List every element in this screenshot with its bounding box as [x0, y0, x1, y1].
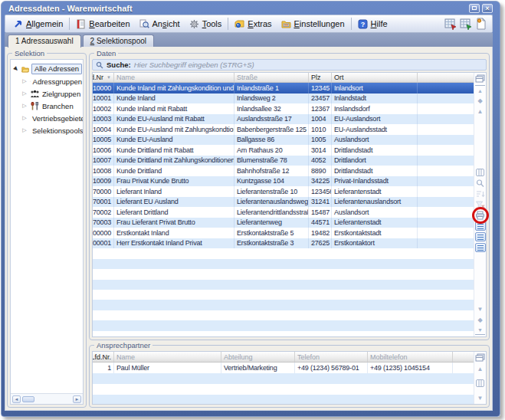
table-row[interactable]: 1 Paul Müller Vertrieb/Marketing +49 (12… [93, 363, 474, 373]
new-document-icon[interactable] [475, 18, 487, 30]
table-row[interactable]: 10009 Frau Privat Kunde Brutto Kuntzgass… [93, 176, 474, 187]
grid-export-green-icon[interactable] [460, 18, 472, 30]
table-row[interactable]: 100000 Erstkontakt Inland Erstkontaktstr… [93, 228, 474, 238]
cell-strasse: Blumenstraße 78 [234, 156, 309, 166]
table-row[interactable]: 10008 Kunde Drittland Bahnhofstraße 12 8… [93, 166, 474, 176]
table-row[interactable]: 10000 Kunde Inland mit Zahlungskondition… [93, 83, 474, 94]
expander-collapsed-icon[interactable]: ▷ [21, 127, 28, 133]
cell-plz: 44571 [309, 218, 332, 228]
cell-strasse: Lieferantenauslandsweg 2 [234, 197, 309, 208]
tree-item-adressgruppen[interactable]: ▷ Adressgruppen [21, 75, 82, 87]
scroll-down-icon[interactable]: ▼ [475, 304, 485, 313]
table-row[interactable]: 10001 Kunde Inland Inlandsweg 2 23457 In… [93, 94, 474, 104]
scroll-left-icon[interactable]: ◄ [12, 395, 21, 403]
cell-strasse: Inlandsallee 32 [234, 103, 309, 114]
menu-item-hilfe[interactable]: ? Hilfe [353, 18, 392, 31]
scroll-top-icon[interactable]: ▲ [475, 85, 485, 94]
gear-icon [189, 19, 199, 29]
print-icon[interactable] [475, 211, 485, 220]
sort-icon[interactable] [475, 189, 485, 199]
cell-ort: Drittlandstadt [332, 166, 418, 176]
table-row[interactable]: 10005 Kunde EU-Ausland Ballgasse 86 1005… [93, 135, 474, 146]
grid-columns-icon[interactable] [475, 379, 485, 388]
arrow-up-right-icon [13, 19, 23, 29]
table-row[interactable]: 70002 Lieferant Drittland Lieferantendri… [93, 207, 474, 218]
scrollbar-thumb[interactable] [22, 396, 34, 402]
column-header-mobiltelefon[interactable]: Mobiltelefon [368, 352, 453, 362]
tree-item-selektionspools[interactable]: ▷ Selektionspools [21, 124, 82, 136]
selektion-groupbox-label: Selektion [12, 49, 47, 57]
column-header-telefon[interactable]: Telefon [295, 352, 368, 362]
column-header-lfdnr[interactable]: Lfd.Nr. [93, 352, 114, 362]
table-row[interactable]: 10002 Kunde Inland mit Rabatt Inlandsall… [93, 103, 474, 114]
cell-plz: 34225 [309, 176, 332, 187]
grid-columns-icon[interactable] [475, 168, 485, 177]
tree-item-zielgruppen[interactable]: ▷ Zielgruppen [21, 87, 82, 100]
table-row[interactable]: 10006 Kunde Drittland mit Rabatt Am Rath… [93, 145, 474, 156]
list-view-icon[interactable] [475, 221, 486, 231]
tree-item-alle-adressen[interactable]: ▶ Alle Adressen [13, 63, 82, 75]
column-header-strasse[interactable]: Straße [234, 73, 309, 82]
cell-ort: EU-Auslandsort [332, 114, 418, 125]
scroll-up-icon[interactable]: ▲ [475, 107, 485, 116]
scroll-right-icon[interactable]: ► [73, 395, 81, 403]
table-row[interactable]: 10004 Kunde EU-Ausland mit Zahlungskondt… [93, 124, 474, 135]
expander-collapsed-icon[interactable]: ▷ [21, 78, 28, 84]
scroll-diamond-icon[interactable]: ◆ [475, 315, 485, 324]
column-header-empty [453, 352, 474, 362]
close-button[interactable]: × [482, 4, 493, 13]
cell-strasse: Auslandsstraße 17 [234, 114, 309, 125]
column-header-plz[interactable]: Plz [309, 73, 332, 82]
menu-item-ansicht[interactable]: Ansicht [135, 18, 185, 31]
scroll-bottom-icon[interactable]: ▼ [475, 326, 485, 335]
list-view-icon[interactable] [475, 243, 486, 252]
menu-item-allgemein[interactable]: Allgemein [8, 18, 67, 31]
expander-expanded-icon[interactable]: ▶ [11, 64, 20, 73]
cell-strasse: Erstkontaktstraße 3 [234, 238, 309, 249]
menu-item-extras[interactable]: Extras [230, 18, 276, 31]
scroll-diamond-icon[interactable]: ◆ [475, 96, 485, 105]
address-tree: ▶ Alle Adressen ▷ Adressgruppen ▷ [11, 60, 83, 393]
column-header-name[interactable]: Name [114, 73, 234, 82]
expander-collapsed-icon[interactable]: ▷ [21, 90, 28, 97]
table-row[interactable]: 70000 Lieferant Inland Lieferantenstraße… [93, 186, 474, 197]
menu-item-tools[interactable]: Tools [185, 18, 227, 31]
table-row[interactable]: 70003 Frau Lieferant Privat Brutto Liefe… [93, 218, 474, 228]
tree-item-vertriebsgebiete[interactable]: ▷ Vertriebsgebiete [21, 112, 82, 124]
cell-name: Kunde Drittland mit Rabatt [114, 145, 234, 156]
column-header-ort[interactable]: Ort [332, 73, 418, 82]
cell-ort: Drittlandort [332, 156, 418, 166]
tree-item-branchen[interactable]: ▷ Branchen [21, 100, 82, 112]
table-row[interactable]: 70001 Lieferant EU Ausland Lieferantenau… [93, 197, 474, 208]
search-bar[interactable]: Suche: Hier Suchbegriff eingeben (STRG+S… [92, 59, 487, 71]
restore-button[interactable] [469, 4, 480, 13]
table-row[interactable]: 10003 Kunde EU-Ausland mit Rabatt Auslan… [93, 114, 474, 125]
scroll-up-icon[interactable]: ▲ [475, 364, 485, 373]
column-chooser-icon[interactable] [475, 353, 485, 363]
list-view-icon[interactable] [475, 232, 486, 241]
tab-selektionspool[interactable]: 2 Selektionspool [83, 34, 154, 47]
cell-lfdnr: 1 [93, 363, 114, 373]
cell-strasse: Lieferantenweg [234, 218, 309, 228]
column-header-name[interactable]: Name [114, 352, 221, 362]
table-row[interactable]: 100001 Herr Erstkontakt Inland Privat Er… [93, 238, 474, 249]
expander-collapsed-icon[interactable]: ▷ [21, 115, 28, 121]
titlebar[interactable]: Adressdaten - Warenwirtschaft × [5, 2, 493, 15]
menu-item-einstellungen[interactable]: Einstellungen [277, 18, 349, 31]
cell-plz: 4052 [309, 156, 332, 166]
search-icon[interactable] [475, 179, 485, 188]
scroll-down-icon[interactable]: ▼ [475, 393, 485, 402]
table-row[interactable]: 10007 Kunde Drittland mit Zahlungskondit… [93, 156, 474, 166]
column-header-adnr[interactable]: Ad.Nr▼ [93, 73, 114, 82]
column-header-abteilung[interactable]: Abteilung [221, 352, 295, 362]
menu-item-bearbeiten[interactable]: Bearbeiten [71, 18, 134, 31]
cell-adnr: 100001 [93, 238, 114, 249]
expander-collapsed-icon[interactable]: ▷ [21, 103, 28, 109]
horizontal-scrollbar[interactable]: ◄ ► [11, 393, 83, 404]
sort-arrow-icon: ▼ [107, 75, 111, 80]
search-input[interactable]: Hier Suchbegriff eingeben (STRG+S) [134, 61, 254, 69]
tab-adressauswahl[interactable]: 1 Adressauswahl [8, 34, 81, 48]
grid-export-red-icon[interactable] [444, 18, 457, 30]
clear-filter-icon[interactable] [475, 200, 485, 209]
column-chooser-icon[interactable] [475, 74, 485, 84]
